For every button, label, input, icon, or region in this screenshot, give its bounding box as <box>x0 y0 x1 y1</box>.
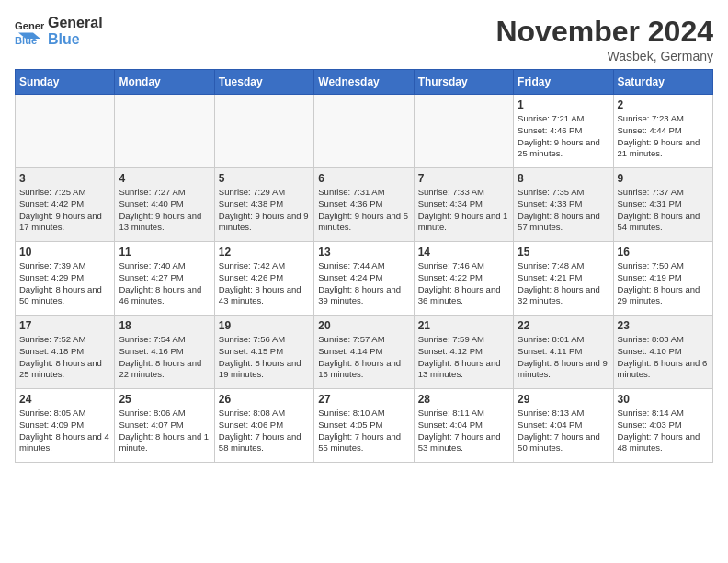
calendar-cell: 23Sunrise: 8:03 AM Sunset: 4:10 PM Dayli… <box>613 316 712 389</box>
weekday-header-saturday: Saturday <box>613 70 712 95</box>
title-area: November 2024 Wasbek, Germany <box>495 15 713 63</box>
calendar-cell <box>16 95 115 168</box>
logo: General Blue General Blue <box>15 15 103 47</box>
weekday-header-thursday: Thursday <box>414 70 513 95</box>
day-info: Sunrise: 8:10 AM Sunset: 4:05 PM Dayligh… <box>318 408 401 453</box>
day-info: Sunrise: 7:46 AM Sunset: 4:22 PM Dayligh… <box>418 260 501 305</box>
month-title: November 2024 <box>495 15 713 49</box>
weekday-header-sunday: Sunday <box>16 70 115 95</box>
day-info: Sunrise: 7:50 AM Sunset: 4:19 PM Dayligh… <box>618 260 700 305</box>
calendar-cell: 30Sunrise: 8:14 AM Sunset: 4:03 PM Dayli… <box>613 389 712 463</box>
calendar-cell: 13Sunrise: 7:44 AM Sunset: 4:24 PM Dayli… <box>314 242 414 316</box>
calendar-cell: 5Sunrise: 7:29 AM Sunset: 4:38 PM Daylig… <box>214 168 313 242</box>
day-info: Sunrise: 7:56 AM Sunset: 4:15 PM Dayligh… <box>219 334 301 379</box>
day-number: 30 <box>618 393 709 406</box>
svg-text:General: General <box>15 20 44 31</box>
calendar-cell: 16Sunrise: 7:50 AM Sunset: 4:19 PM Dayli… <box>613 242 712 316</box>
day-info: Sunrise: 8:03 AM Sunset: 4:10 PM Dayligh… <box>618 334 708 379</box>
logo-icon: General Blue <box>15 17 44 46</box>
calendar-cell: 11Sunrise: 7:40 AM Sunset: 4:27 PM Dayli… <box>115 242 214 316</box>
day-number: 2 <box>618 98 709 111</box>
calendar-cell: 18Sunrise: 7:54 AM Sunset: 4:16 PM Dayli… <box>115 316 214 389</box>
calendar-cell <box>414 95 513 168</box>
day-number: 16 <box>618 246 709 259</box>
calendar-cell: 3Sunrise: 7:25 AM Sunset: 4:42 PM Daylig… <box>16 168 115 242</box>
weekday-header-wednesday: Wednesday <box>314 70 414 95</box>
calendar-cell: 6Sunrise: 7:31 AM Sunset: 4:36 PM Daylig… <box>314 168 414 242</box>
day-number: 21 <box>418 319 509 332</box>
day-info: Sunrise: 7:52 AM Sunset: 4:18 PM Dayligh… <box>19 334 102 379</box>
day-info: Sunrise: 7:37 AM Sunset: 4:31 PM Dayligh… <box>618 187 700 232</box>
day-number: 29 <box>518 393 609 406</box>
day-info: Sunrise: 8:14 AM Sunset: 4:03 PM Dayligh… <box>618 408 700 453</box>
day-number: 10 <box>19 246 110 259</box>
calendar-cell: 29Sunrise: 8:13 AM Sunset: 4:04 PM Dayli… <box>514 389 613 463</box>
day-number: 4 <box>119 172 210 185</box>
day-info: Sunrise: 7:23 AM Sunset: 4:44 PM Dayligh… <box>618 113 700 158</box>
calendar-cell <box>214 95 313 168</box>
calendar-cell: 25Sunrise: 8:06 AM Sunset: 4:07 PM Dayli… <box>115 389 214 463</box>
calendar-cell: 12Sunrise: 7:42 AM Sunset: 4:26 PM Dayli… <box>214 242 313 316</box>
day-number: 13 <box>318 246 409 259</box>
day-number: 22 <box>518 319 609 332</box>
day-number: 5 <box>219 172 310 185</box>
location-title: Wasbek, Germany <box>495 49 713 63</box>
calendar-table: SundayMondayTuesdayWednesdayThursdayFrid… <box>15 69 713 463</box>
day-number: 11 <box>119 246 210 259</box>
day-number: 9 <box>618 172 709 185</box>
calendar-cell: 19Sunrise: 7:56 AM Sunset: 4:15 PM Dayli… <box>214 316 313 389</box>
day-info: Sunrise: 7:21 AM Sunset: 4:46 PM Dayligh… <box>518 113 600 158</box>
day-info: Sunrise: 8:13 AM Sunset: 4:04 PM Dayligh… <box>518 408 600 453</box>
calendar-cell: 20Sunrise: 7:57 AM Sunset: 4:14 PM Dayli… <box>314 316 414 389</box>
day-number: 12 <box>219 246 310 259</box>
day-number: 14 <box>418 246 509 259</box>
weekday-header-tuesday: Tuesday <box>214 70 313 95</box>
day-number: 20 <box>318 319 409 332</box>
calendar-cell: 17Sunrise: 7:52 AM Sunset: 4:18 PM Dayli… <box>16 316 115 389</box>
day-info: Sunrise: 7:57 AM Sunset: 4:14 PM Dayligh… <box>318 334 401 379</box>
day-number: 15 <box>518 246 609 259</box>
calendar-cell: 9Sunrise: 7:37 AM Sunset: 4:31 PM Daylig… <box>613 168 712 242</box>
day-info: Sunrise: 7:29 AM Sunset: 4:38 PM Dayligh… <box>219 187 309 232</box>
day-info: Sunrise: 7:39 AM Sunset: 4:29 PM Dayligh… <box>19 260 102 305</box>
day-info: Sunrise: 7:48 AM Sunset: 4:21 PM Dayligh… <box>518 260 600 305</box>
day-number: 18 <box>119 319 210 332</box>
calendar-cell: 14Sunrise: 7:46 AM Sunset: 4:22 PM Dayli… <box>414 242 513 316</box>
calendar-cell: 26Sunrise: 8:08 AM Sunset: 4:06 PM Dayli… <box>214 389 313 463</box>
calendar-cell <box>115 95 214 168</box>
calendar-cell: 24Sunrise: 8:05 AM Sunset: 4:09 PM Dayli… <box>16 389 115 463</box>
weekday-header-monday: Monday <box>115 70 214 95</box>
day-info: Sunrise: 8:06 AM Sunset: 4:07 PM Dayligh… <box>119 408 209 453</box>
day-number: 28 <box>418 393 509 406</box>
calendar-cell: 21Sunrise: 7:59 AM Sunset: 4:12 PM Dayli… <box>414 316 513 389</box>
day-info: Sunrise: 7:35 AM Sunset: 4:33 PM Dayligh… <box>518 187 600 232</box>
day-number: 26 <box>219 393 310 406</box>
day-info: Sunrise: 7:44 AM Sunset: 4:24 PM Dayligh… <box>318 260 401 305</box>
calendar-cell: 1Sunrise: 7:21 AM Sunset: 4:46 PM Daylig… <box>514 95 613 168</box>
day-number: 25 <box>119 393 210 406</box>
day-info: Sunrise: 8:11 AM Sunset: 4:04 PM Dayligh… <box>418 408 501 453</box>
day-number: 24 <box>19 393 110 406</box>
day-number: 7 <box>418 172 509 185</box>
day-number: 19 <box>219 319 310 332</box>
calendar-cell: 28Sunrise: 8:11 AM Sunset: 4:04 PM Dayli… <box>414 389 513 463</box>
day-info: Sunrise: 7:42 AM Sunset: 4:26 PM Dayligh… <box>219 260 301 305</box>
calendar-cell: 4Sunrise: 7:27 AM Sunset: 4:40 PM Daylig… <box>115 168 214 242</box>
day-info: Sunrise: 7:33 AM Sunset: 4:34 PM Dayligh… <box>418 187 508 232</box>
calendar-cell: 27Sunrise: 8:10 AM Sunset: 4:05 PM Dayli… <box>314 389 414 463</box>
day-info: Sunrise: 8:01 AM Sunset: 4:11 PM Dayligh… <box>518 334 608 379</box>
day-info: Sunrise: 7:27 AM Sunset: 4:40 PM Dayligh… <box>119 187 201 232</box>
calendar-cell: 10Sunrise: 7:39 AM Sunset: 4:29 PM Dayli… <box>16 242 115 316</box>
calendar-cell: 8Sunrise: 7:35 AM Sunset: 4:33 PM Daylig… <box>514 168 613 242</box>
calendar-cell: 2Sunrise: 7:23 AM Sunset: 4:44 PM Daylig… <box>613 95 712 168</box>
svg-text:Blue: Blue <box>15 35 37 46</box>
calendar-cell: 15Sunrise: 7:48 AM Sunset: 4:21 PM Dayli… <box>514 242 613 316</box>
day-number: 8 <box>518 172 609 185</box>
day-info: Sunrise: 8:08 AM Sunset: 4:06 PM Dayligh… <box>219 408 301 453</box>
day-number: 3 <box>19 172 110 185</box>
weekday-header-friday: Friday <box>514 70 613 95</box>
day-info: Sunrise: 7:59 AM Sunset: 4:12 PM Dayligh… <box>418 334 501 379</box>
day-number: 6 <box>318 172 409 185</box>
day-number: 17 <box>19 319 110 332</box>
day-number: 23 <box>618 319 709 332</box>
